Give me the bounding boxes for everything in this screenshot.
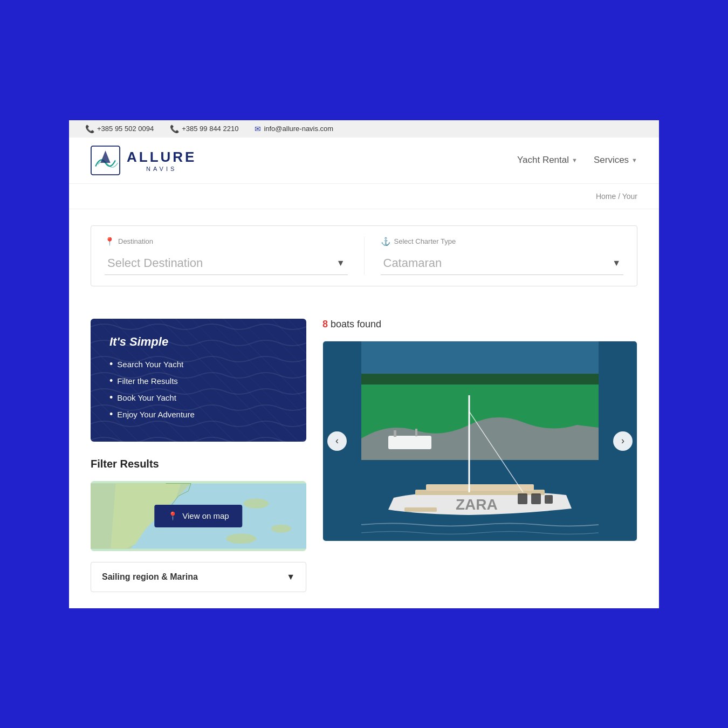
steps-card: It's Simple Search Your Yacht Filter the… <box>91 319 306 442</box>
results-count: 8 <box>322 319 328 329</box>
nav-yacht-rental[interactable]: Yacht Rental ▼ <box>517 155 578 166</box>
yacht-image: ZARA <box>323 341 637 541</box>
results-suffix: boats found <box>331 319 381 329</box>
nav-yacht-rental-label: Yacht Rental <box>517 155 569 166</box>
step-2: Filter the Results <box>109 375 287 387</box>
nav-services-arrow: ▼ <box>631 157 637 163</box>
nav-services[interactable]: Services ▼ <box>594 155 637 166</box>
destination-dropdown[interactable]: Select Destination ▼ <box>105 252 348 275</box>
map-pin-icon: 📍 <box>168 511 178 521</box>
topbar-phone1-text: +385 95 502 0094 <box>97 125 154 133</box>
charter-value: Catamaran <box>383 256 442 270</box>
destination-value: Select Destination <box>107 256 203 270</box>
map-button-label: View on map <box>182 511 229 520</box>
topbar-phone1: 📞 +385 95 502 0094 <box>85 125 154 133</box>
svg-rect-16 <box>518 493 527 504</box>
sailing-region-dropdown[interactable]: Sailing region & Marina ▼ <box>91 562 306 592</box>
destination-icon: 📍 <box>105 237 115 246</box>
left-panel: It's Simple Search Your Yacht Filter the… <box>91 319 322 592</box>
charter-label-text: Select Charter Type <box>394 237 456 245</box>
svg-rect-18 <box>545 495 553 504</box>
main-content: It's Simple Search Your Yacht Filter the… <box>69 303 659 608</box>
svg-point-5 <box>271 524 291 532</box>
carousel-prev-icon: ‹ <box>335 435 339 447</box>
results-header: 8 boats found <box>322 319 637 330</box>
charter-arrow: ▼ <box>612 258 621 268</box>
svg-point-4 <box>244 498 269 509</box>
nav-yacht-rental-arrow: ▼ <box>572 157 578 163</box>
svg-rect-11 <box>388 436 431 449</box>
svg-rect-12 <box>394 430 396 437</box>
sailing-region-arrow: ▼ <box>286 572 295 582</box>
charter-type-field: ⚓ Select Charter Type Catamaran ▼ <box>381 237 624 275</box>
svg-text:ZARA: ZARA <box>456 496 498 513</box>
topbar-email: ✉ info@allure-navis.com <box>255 125 333 133</box>
nav-services-label: Services <box>594 155 629 166</box>
topbar-email-text: info@allure-navis.com <box>264 125 333 133</box>
phone2-icon: 📞 <box>170 125 179 133</box>
logo-text: ALLURE NAVIS <box>127 149 196 172</box>
svg-rect-15 <box>426 484 534 491</box>
charter-icon: ⚓ <box>381 237 391 246</box>
svg-rect-22 <box>404 507 437 512</box>
charter-dropdown[interactable]: Catamaran ▼ <box>381 252 624 275</box>
yacht-image-container: ZARA ‹ › <box>323 341 637 541</box>
topbar-phone2-text: +385 99 844 2210 <box>182 125 238 133</box>
topbar: 📞 +385 95 502 0094 📞 +385 99 844 2210 ✉ … <box>69 120 659 138</box>
step-4: Enjoy Your Adventure <box>109 409 287 420</box>
email-icon: ✉ <box>255 125 261 133</box>
destination-label-text: Destination <box>118 237 153 245</box>
destination-field: 📍 Destination Select Destination ▼ <box>105 237 348 275</box>
charter-label: ⚓ Select Charter Type <box>381 237 624 246</box>
steps-title: It's Simple <box>109 335 287 349</box>
phone1-icon: 📞 <box>85 125 94 133</box>
logo[interactable]: ALLURE NAVIS <box>91 146 196 175</box>
step-1: Search Your Yacht <box>109 359 287 370</box>
yacht-card: ZARA ‹ › <box>322 341 637 541</box>
nav: Yacht Rental ▼ Services ▼ <box>517 155 637 166</box>
carousel-next-button[interactable]: › <box>613 431 633 451</box>
logo-icon <box>91 146 120 175</box>
svg-rect-13 <box>415 429 417 436</box>
destination-label: 📍 Destination <box>105 237 348 246</box>
destination-arrow: ▼ <box>336 258 345 268</box>
logo-subtitle: NAVIS <box>127 166 196 172</box>
map-container: 📍 View on map <box>91 481 306 551</box>
svg-point-6 <box>226 533 256 544</box>
breadcrumb: Home / Your <box>69 184 659 209</box>
view-on-map-button[interactable]: 📍 View on map <box>154 505 242 527</box>
sailing-region-label: Sailing region & Marina <box>102 572 198 582</box>
search-box: 📍 Destination Select Destination ▼ ⚓ Sel… <box>91 225 637 286</box>
right-panel: 8 boats found <box>322 319 637 592</box>
filter-title: Filter Results <box>91 458 306 470</box>
step-3: Book Your Yacht <box>109 392 287 403</box>
svg-marker-1 <box>100 150 110 163</box>
carousel-next-icon: › <box>621 435 624 447</box>
steps-list: Search Your Yacht Filter the Results Boo… <box>109 359 287 420</box>
search-divider <box>364 237 365 275</box>
topbar-phone2: 📞 +385 99 844 2210 <box>170 125 238 133</box>
search-section: 📍 Destination Select Destination ▼ ⚓ Sel… <box>69 209 659 303</box>
svg-rect-17 <box>531 493 541 504</box>
header: ALLURE NAVIS Yacht Rental ▼ Services ▼ <box>69 138 659 184</box>
breadcrumb-text: Home / Your <box>596 192 637 201</box>
carousel-prev-button[interactable]: ‹ <box>327 431 347 451</box>
logo-title: ALLURE <box>127 149 196 166</box>
